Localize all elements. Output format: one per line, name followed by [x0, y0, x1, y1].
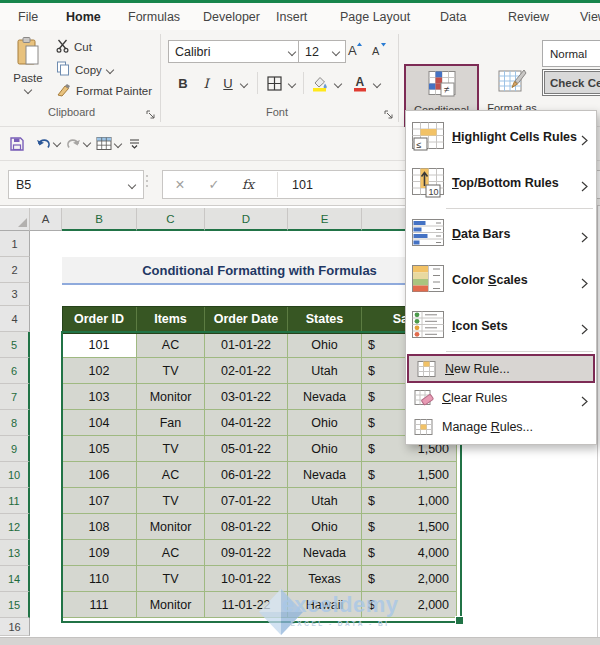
table-cell[interactable]: Fan — [137, 410, 205, 436]
tab-file[interactable]: File — [18, 3, 38, 30]
column-header-B[interactable]: B — [62, 208, 137, 231]
undo-button[interactable] — [36, 136, 60, 150]
cell-style-normal[interactable]: Normal — [542, 40, 600, 67]
clipboard-dialog-launcher-icon[interactable] — [146, 106, 156, 116]
table-cell[interactable]: AC — [137, 332, 205, 358]
row-header-15[interactable]: 15 — [0, 592, 30, 618]
menu-item-clear-rules[interactable]: Clear Rules — [406, 383, 596, 412]
table-cell[interactable]: Monitor — [137, 384, 205, 410]
menu-item-new-rule[interactable]: New Rule... — [407, 354, 595, 383]
table-header-cell[interactable]: Order ID — [62, 306, 137, 332]
table-cell[interactable]: 04-01-22 — [205, 410, 288, 436]
row-header-1[interactable]: 1 — [0, 231, 30, 257]
insert-function-button[interactable]: fx — [231, 177, 265, 192]
table-cell-sales[interactable]: $2,000 — [362, 592, 457, 618]
font-color-dropdown-icon[interactable] — [373, 80, 381, 88]
select-all-corner[interactable] — [0, 208, 30, 231]
table-cell[interactable]: Monitor — [137, 514, 205, 540]
bold-button[interactable]: B — [174, 72, 192, 94]
table-cell[interactable]: Ohio — [288, 514, 362, 540]
font-color-button[interactable]: A — [350, 72, 370, 94]
row-header-12[interactable]: 12 — [0, 514, 30, 540]
cell-style-check-cell[interactable]: Check Cell — [542, 69, 600, 96]
name-box[interactable]: B5 — [8, 170, 144, 199]
table-header-cell[interactable]: Items — [137, 306, 205, 332]
table-cell[interactable]: 10-01-22 — [205, 566, 288, 592]
fill-color-dropdown-icon[interactable] — [334, 80, 342, 88]
font-dialog-launcher-icon[interactable] — [384, 106, 394, 116]
paste-button[interactable]: Paste — [8, 36, 48, 102]
table-cell[interactable]: 09-01-22 — [205, 540, 288, 566]
table-cell[interactable]: 102 — [62, 358, 137, 384]
borders-dropdown-icon[interactable] — [288, 80, 296, 88]
table-cell-sales[interactable]: $1,500 — [362, 514, 457, 540]
save-button[interactable] — [9, 136, 25, 152]
table-cell[interactable]: Hawaii — [288, 592, 362, 618]
active-cell-b5[interactable]: 101 — [62, 332, 137, 358]
table-cell[interactable]: Nevada — [288, 462, 362, 488]
table-cell[interactable]: TV — [137, 566, 205, 592]
table-cell[interactable]: TV — [137, 436, 205, 462]
row-header-2[interactable]: 2 — [0, 257, 30, 283]
table-cell[interactable]: TV — [137, 358, 205, 384]
column-header-D[interactable]: D — [205, 208, 288, 231]
tab-review[interactable]: Review — [508, 3, 549, 30]
table-cell-sales[interactable]: $1,000 — [362, 488, 457, 514]
table-cell[interactable]: 08-01-22 — [205, 514, 288, 540]
table-cell[interactable]: 106 — [62, 462, 137, 488]
cancel-button[interactable]: × — [163, 176, 197, 194]
table-cell[interactable]: Utah — [288, 358, 362, 384]
formula-input[interactable]: 101 — [292, 178, 313, 192]
customize-qat-button[interactable] — [128, 136, 141, 150]
table-cell[interactable]: 109 — [62, 540, 137, 566]
table-cell[interactable]: 05-01-22 — [205, 436, 288, 462]
table-cell[interactable]: 105 — [62, 436, 137, 462]
table-cell[interactable]: 108 — [62, 514, 137, 540]
column-header-C[interactable]: C — [137, 208, 205, 231]
table-cell[interactable]: Ohio — [288, 410, 362, 436]
row-header-16[interactable]: 16 — [0, 618, 30, 636]
underline-dropdown-icon[interactable] — [240, 80, 248, 88]
table-cell[interactable]: Monitor — [137, 592, 205, 618]
decrease-font-size-button[interactable]: A — [368, 38, 390, 60]
tab-formulas[interactable]: Formulas — [128, 3, 180, 30]
table-tool-button[interactable] — [96, 136, 121, 151]
table-cell-sales[interactable]: $2,000 — [362, 566, 457, 592]
row-header-9[interactable]: 9 — [0, 436, 30, 462]
table-cell[interactable]: 02-01-22 — [205, 358, 288, 384]
table-cell[interactable]: TV — [137, 488, 205, 514]
table-cell[interactable]: 111 — [62, 592, 137, 618]
table-cell[interactable]: Nevada — [288, 540, 362, 566]
menu-item-manage-rules[interactable]: Manage Rules... — [406, 412, 596, 441]
table-cell[interactable]: Ohio — [288, 332, 362, 358]
column-header-E[interactable]: E — [288, 208, 362, 231]
table-cell[interactable]: 110 — [62, 566, 137, 592]
redo-button[interactable] — [66, 136, 90, 150]
formula-bar-drag-handle[interactable] — [146, 175, 148, 187]
table-cell[interactable]: Texas — [288, 566, 362, 592]
table-cell[interactable]: AC — [137, 540, 205, 566]
row-header-4[interactable]: 4 — [0, 306, 30, 332]
table-cell[interactable]: 01-01-22 — [205, 332, 288, 358]
table-header-cell[interactable]: Order Date — [205, 306, 288, 332]
tab-home[interactable]: Home — [66, 3, 101, 33]
menu-item-top-bottom-rules[interactable]: 10Top/Bottom Rules — [406, 160, 596, 206]
row-header-14[interactable]: 14 — [0, 566, 30, 592]
tab-view[interactable]: View — [580, 3, 600, 30]
table-cell[interactable]: 103 — [62, 384, 137, 410]
cut-button[interactable]: Cut — [56, 39, 92, 55]
table-cell[interactable]: 107 — [62, 488, 137, 514]
font-name-combo[interactable]: Calibri — [168, 40, 302, 63]
row-header-13[interactable]: 13 — [0, 540, 30, 566]
table-cell[interactable]: AC — [137, 462, 205, 488]
table-cell-sales[interactable]: $1,500 — [362, 462, 457, 488]
table-cell-sales[interactable]: $4,000 — [362, 540, 457, 566]
table-cell[interactable]: 11-01-22 — [205, 592, 288, 618]
underline-button[interactable]: U — [220, 72, 236, 94]
menu-item-highlight-cells-rules[interactable]: ≤Highlight Cells Rules — [406, 114, 596, 160]
row-header-11[interactable]: 11 — [0, 488, 30, 514]
table-cell[interactable]: 03-01-22 — [205, 384, 288, 410]
format-painter-button[interactable]: Format Painter — [56, 83, 152, 99]
table-header-cell[interactable]: States — [288, 306, 362, 332]
table-cell[interactable]: Nevada — [288, 384, 362, 410]
